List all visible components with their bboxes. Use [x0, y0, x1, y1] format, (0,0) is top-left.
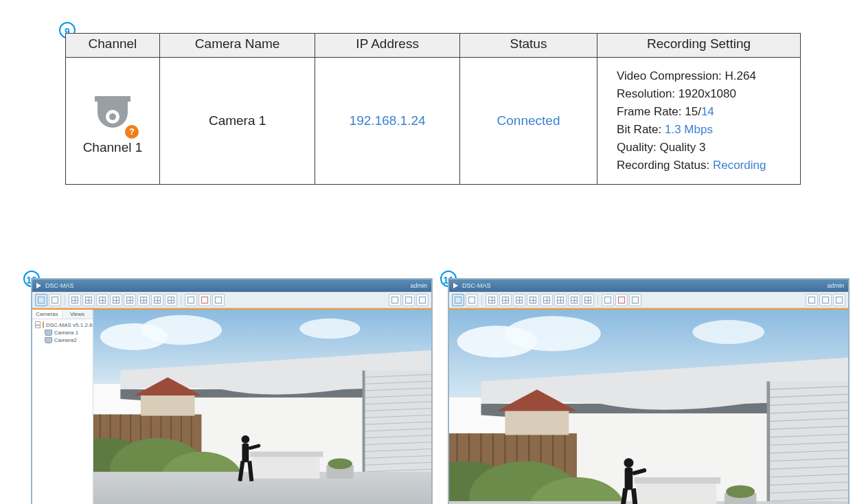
rec-bitrate-label: Bit Rate:: [617, 123, 665, 136]
monitor-no-sidebar: DSC-MAS admin: [448, 278, 850, 504]
recording-settings: Video Compression: H.264 Resolution: 192…: [604, 60, 793, 181]
svg-rect-100: [637, 481, 716, 504]
layout-9x9-button[interactable]: [582, 294, 594, 306]
snapshot-button[interactable]: [629, 294, 641, 306]
layout-7x7-button[interactable]: [137, 294, 150, 306]
toolbar-separator: [181, 295, 181, 305]
fullscreen-button[interactable]: [185, 294, 197, 306]
tree-root-label: DSC-MAS v5.1.2.6.1 build 2018-07-23: [46, 322, 93, 328]
rec-bitrate-row: Bit Rate: 1.3 Mbps: [617, 121, 790, 139]
record-button[interactable]: [198, 294, 211, 306]
layout-5x5-button[interactable]: [110, 294, 122, 306]
col-header-ip: IP Address: [315, 34, 460, 58]
rec-framerate-set: 15: [685, 105, 698, 118]
rec-resolution-row: Resolution: 1920x1080: [617, 85, 790, 103]
tree-camera-1[interactable]: Camera 1: [35, 330, 91, 336]
layout-option-button[interactable]: [466, 294, 478, 306]
toolbar-separator: [65, 295, 65, 305]
channel-table-row: ? Channel 1 Camera 1 192.168.1.24 Connec…: [66, 58, 801, 185]
channel-cell[interactable]: ? Channel 1: [73, 87, 152, 155]
video-tile[interactable]: [449, 310, 848, 504]
svg-rect-45: [141, 396, 195, 416]
rec-compression-value: H.264: [725, 69, 756, 82]
svg-rect-82: [766, 382, 770, 504]
layout-9x9-button[interactable]: [165, 294, 177, 306]
svg-point-59: [692, 320, 764, 344]
svg-point-2: [109, 113, 116, 120]
svg-point-5: [141, 315, 222, 345]
layout-single-button[interactable]: [452, 294, 464, 306]
monitor-user-label: admin: [827, 282, 844, 289]
layout-2x2-button[interactable]: [486, 294, 498, 306]
col-header-cameraname: Camera Name: [159, 34, 315, 58]
toolbar-extra-2-button[interactable]: [819, 294, 832, 306]
snapshot-button[interactable]: [212, 294, 225, 306]
channel-table: Channel Camera Name IP Address Status Re…: [65, 33, 801, 185]
toolbar-separator: [597, 295, 598, 305]
camera-icon: [45, 330, 52, 336]
rec-compression-label: Video Compression:: [617, 69, 725, 82]
tree-root[interactable]: DSC-MAS v5.1.2.6.1 build 2018-07-23: [35, 321, 91, 328]
svg-point-104: [624, 458, 633, 468]
col-header-channel: Channel: [66, 34, 160, 58]
svg-point-103: [726, 485, 755, 499]
svg-point-50: [328, 458, 352, 469]
rec-quality-value: Quality 3: [659, 141, 705, 154]
rec-framerate-actual: 14: [701, 105, 714, 118]
status-cell: Connected: [459, 58, 597, 185]
svg-rect-47: [252, 455, 319, 479]
device-sidebar: Cameras Views DSC-MAS v5.1.2.6.1 build 2…: [32, 310, 93, 504]
layout-6x6-button[interactable]: [540, 294, 553, 306]
monitor-titlebar[interactable]: DSC-MAS admin: [449, 279, 848, 292]
toolbar-extra-1-button[interactable]: [806, 294, 818, 306]
rec-quality-label: Quality:: [617, 141, 659, 154]
rec-framerate-row: Frame Rate: 15/14: [617, 103, 790, 121]
play-icon: [453, 283, 458, 288]
camera-name-cell: Camera 1: [159, 58, 315, 185]
layout-option-button[interactable]: [49, 294, 61, 306]
sidebar-tab-cameras[interactable]: Cameras: [32, 310, 62, 319]
layout-4x4-button[interactable]: [96, 294, 109, 306]
svg-rect-48: [250, 452, 323, 457]
monitor-toolbar: [449, 292, 848, 308]
rec-resolution-value: 1920x1080: [679, 87, 736, 100]
toolbar-extra-2-button[interactable]: [402, 294, 415, 306]
tree-camera-1-label: Camera 1: [54, 330, 78, 336]
monitor-title-text: DSC-MAS: [462, 282, 491, 289]
sidebar-tabs: Cameras Views: [32, 310, 93, 319]
layout-3x3-button[interactable]: [82, 294, 95, 306]
folder-icon: [43, 321, 44, 328]
layout-8x8-button[interactable]: [151, 294, 163, 306]
layout-3x3-button[interactable]: [499, 294, 512, 306]
record-button[interactable]: [615, 294, 628, 306]
sidebar-tab-views[interactable]: Views: [62, 310, 93, 319]
fullscreen-button[interactable]: [602, 294, 614, 306]
layout-4x4-button[interactable]: [513, 294, 525, 306]
video-tile[interactable]: [93, 310, 431, 504]
channel-label: Channel 1: [83, 140, 143, 155]
monitor-title-text: DSC-MAS: [45, 282, 74, 289]
tree-camera-2[interactable]: Camera2: [35, 337, 91, 343]
layout-7x7-button[interactable]: [554, 294, 567, 306]
layout-6x6-button[interactable]: [124, 294, 136, 306]
col-header-status: Status: [459, 34, 597, 58]
ip-address-cell[interactable]: 192.168.1.24: [315, 58, 460, 185]
svg-point-51: [241, 435, 249, 444]
monitor-titlebar[interactable]: DSC-MAS admin: [32, 279, 431, 292]
help-badge-icon[interactable]: ?: [125, 125, 139, 139]
video-feed-image: [449, 310, 848, 504]
layout-5x5-button[interactable]: [527, 294, 539, 306]
video-feed-image: [93, 310, 431, 504]
layout-2x2-button[interactable]: [69, 294, 81, 306]
svg-point-6: [299, 319, 361, 339]
toolbar-extra-3-button[interactable]: [416, 294, 429, 306]
col-header-recording: Recording Setting: [597, 34, 801, 58]
rec-compression-row: Video Compression: H.264: [617, 67, 790, 85]
layout-single-button[interactable]: [35, 294, 47, 306]
toolbar-extra-1-button[interactable]: [389, 294, 401, 306]
rec-status-row: Recording Status: Recording: [617, 157, 790, 174]
rec-status-label: Recording Status:: [617, 159, 713, 172]
layout-8x8-button[interactable]: [568, 294, 580, 306]
collapse-icon[interactable]: [35, 321, 41, 328]
toolbar-extra-3-button[interactable]: [833, 294, 845, 306]
